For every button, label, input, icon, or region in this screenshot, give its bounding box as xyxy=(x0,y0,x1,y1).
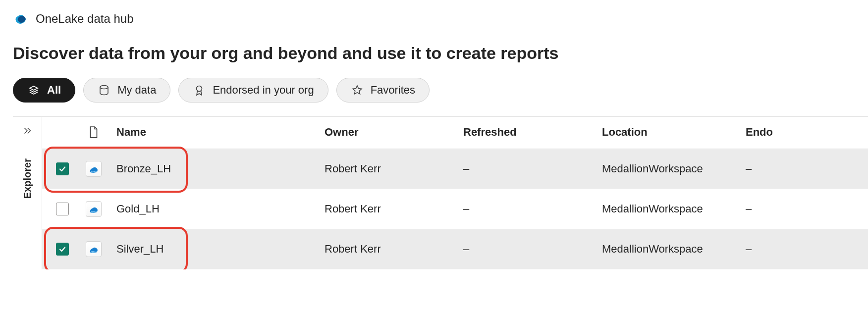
filter-favorites[interactable]: Favorites xyxy=(336,78,430,103)
table-header-row: Name Owner Refreshed Location Endo xyxy=(42,117,868,149)
cell-endorsement: – xyxy=(741,189,868,229)
table-row[interactable]: Bronze_LHRobert Kerr–MedallionWorkspace– xyxy=(42,149,868,189)
cell-refreshed: – xyxy=(458,229,597,269)
filter-label: My data xyxy=(117,84,156,97)
lakehouse-icon xyxy=(86,201,102,217)
table-row[interactable]: Silver_LHRobert Kerr–MedallionWorkspace– xyxy=(42,229,868,269)
data-table: Name Owner Refreshed Location Endo Bronz… xyxy=(42,117,868,269)
cell-owner: Robert Kerr xyxy=(320,189,458,229)
col-header-select xyxy=(42,117,76,149)
page-headline: Discover data from your org and beyond a… xyxy=(0,37,868,78)
filter-endorsed[interactable]: Endorsed in your org xyxy=(178,78,328,103)
cell-owner: Robert Kerr xyxy=(320,229,458,269)
filter-label: Endorsed in your org xyxy=(213,84,314,97)
app-header: OneLake data hub xyxy=(0,0,868,37)
cell-location[interactable]: MedallionWorkspace xyxy=(597,229,741,269)
col-header-name[interactable]: Name xyxy=(111,117,320,149)
content-area: Explorer Name Owner Refreshed Location xyxy=(13,116,868,269)
app-title: OneLake data hub xyxy=(36,12,134,26)
filter-label: All xyxy=(47,84,61,97)
cell-name[interactable]: Silver_LH xyxy=(111,229,320,269)
svg-point-0 xyxy=(100,86,108,89)
cell-name[interactable]: Bronze_LH xyxy=(111,149,320,189)
svg-point-1 xyxy=(197,86,202,92)
ribbon-icon xyxy=(193,84,206,97)
table-row[interactable]: Gold_LHRobert Kerr–MedallionWorkspace– xyxy=(42,189,868,229)
star-icon xyxy=(351,84,364,97)
col-header-location[interactable]: Location xyxy=(597,117,741,149)
cell-location[interactable]: MedallionWorkspace xyxy=(597,149,741,189)
cell-refreshed: – xyxy=(458,149,597,189)
cell-name[interactable]: Gold_LH xyxy=(111,189,320,229)
onelake-logo-icon xyxy=(13,11,29,27)
col-header-type-icon[interactable] xyxy=(76,117,111,149)
lakehouse-icon xyxy=(86,241,102,257)
cell-refreshed: – xyxy=(458,189,597,229)
cylinder-icon xyxy=(98,84,110,97)
explorer-panel-collapsed[interactable]: Explorer xyxy=(13,117,42,269)
filter-label: Favorites xyxy=(371,84,415,97)
cell-endorsement: – xyxy=(741,149,868,189)
cell-endorsement: – xyxy=(741,229,868,269)
lakehouse-icon xyxy=(86,161,102,177)
chevron-expand-icon xyxy=(22,126,33,139)
cell-location[interactable]: MedallionWorkspace xyxy=(597,189,741,229)
cell-owner: Robert Kerr xyxy=(320,149,458,189)
explorer-label: Explorer xyxy=(22,158,33,199)
row-checkbox[interactable] xyxy=(56,203,69,215)
col-header-owner[interactable]: Owner xyxy=(320,117,458,149)
stack-icon xyxy=(27,84,40,97)
filter-pill-bar: All My data Endorsed in your org Favorit… xyxy=(0,78,868,116)
filter-all[interactable]: All xyxy=(13,78,75,103)
col-header-endorsement[interactable]: Endo xyxy=(741,117,868,149)
col-header-refreshed[interactable]: Refreshed xyxy=(458,117,597,149)
row-checkbox[interactable] xyxy=(56,243,69,256)
filter-my-data[interactable]: My data xyxy=(83,78,170,103)
row-checkbox[interactable] xyxy=(56,162,69,175)
